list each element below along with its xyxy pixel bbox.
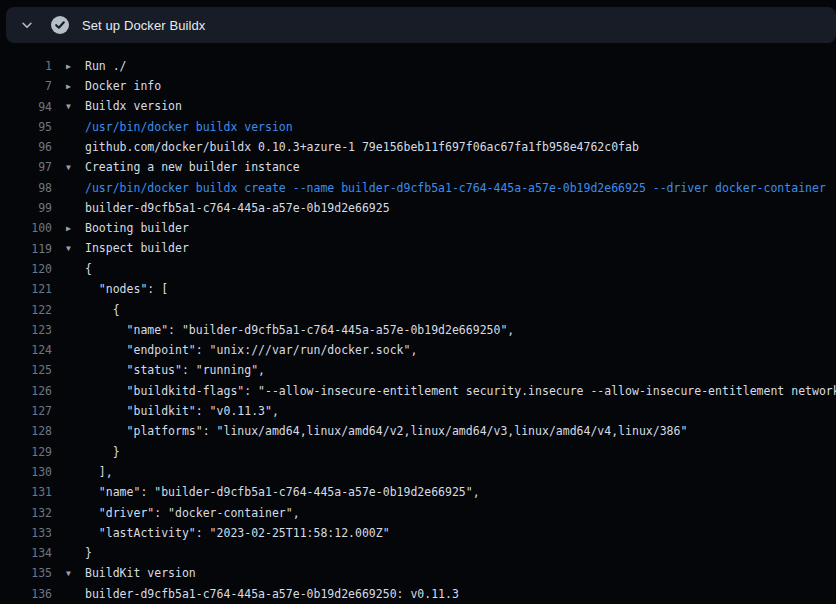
line-number[interactable]: 136: [0, 584, 52, 604]
log-row: 125 "status": "running",: [0, 360, 836, 380]
line-content: github.com/docker/buildx 0.10.3+azure-1 …: [52, 137, 836, 157]
line-number[interactable]: 120: [0, 259, 52, 279]
line-content: /usr/bin/docker buildx version: [52, 117, 836, 137]
line-content: "endpoint": "unix:///var/run/docker.sock…: [52, 340, 836, 360]
log-row: 133 "lastActivity": "2023-02-25T11:58:12…: [0, 523, 836, 543]
line-number[interactable]: 95: [0, 117, 52, 137]
log-row: 128 "platforms": "linux/amd64,linux/amd6…: [0, 421, 836, 441]
line-number[interactable]: 121: [0, 279, 52, 299]
triangle-down-icon: ▼: [66, 239, 85, 259]
triangle-down-icon: ▼: [66, 158, 85, 178]
line-number[interactable]: 130: [0, 462, 52, 482]
log-output-text: {: [66, 300, 120, 320]
line-content: }: [52, 543, 836, 563]
line-number[interactable]: 96: [0, 137, 52, 157]
check-circle-icon: [51, 16, 69, 34]
line-content: ▼Creating a new builder instance: [52, 157, 836, 178]
line-number[interactable]: 97: [0, 157, 52, 177]
log-group-title: BuildKit version: [85, 566, 196, 580]
line-number[interactable]: 122: [0, 300, 52, 320]
log-group-title: Inspect builder: [85, 241, 189, 255]
log-row[interactable]: 97 ▼Creating a new builder instance: [0, 157, 836, 177]
line-number[interactable]: 7: [0, 76, 52, 96]
log-group-title: Docker info: [85, 79, 161, 93]
step-header[interactable]: Set up Docker Buildx: [6, 7, 836, 43]
log-output-text: "buildkitd-flags": "--allow-insecure-ent…: [66, 381, 836, 401]
line-content: "name": "builder-d9cfb5a1-c764-445a-a57e…: [52, 482, 836, 502]
line-number[interactable]: 125: [0, 360, 52, 380]
log-output-text: "endpoint": "unix:///var/run/docker.sock…: [66, 340, 417, 360]
log-group-title: Run ./: [85, 59, 127, 73]
log-row: 98 /usr/bin/docker buildx create --name …: [0, 178, 836, 198]
line-number[interactable]: 131: [0, 482, 52, 502]
line-content: ],: [52, 462, 836, 482]
log-row: 122 {: [0, 300, 836, 320]
log-output-text: "driver": "docker-container",: [66, 503, 300, 523]
line-number[interactable]: 98: [0, 178, 52, 198]
triangle-down-icon: ▼: [66, 564, 85, 584]
line-content: ▶Booting builder: [52, 218, 836, 239]
log-row: 123 "name": "builder-d9cfb5a1-c764-445a-…: [0, 320, 836, 340]
line-content: ▶Docker info: [52, 76, 836, 97]
log-group-title: Buildx version: [85, 99, 182, 113]
line-number[interactable]: 129: [0, 442, 52, 462]
line-content: "buildkit": "v0.11.3",: [52, 401, 836, 421]
log-row[interactable]: 100 ▶Booting builder: [0, 218, 836, 238]
line-content: ▼Inspect builder: [52, 238, 836, 259]
log-output-text: builder-d9cfb5a1-c764-445a-a57e-0b19d2e6…: [66, 198, 390, 218]
line-number[interactable]: 127: [0, 401, 52, 421]
log-output-text: }: [66, 442, 120, 462]
log-output-text: }: [66, 543, 92, 563]
log-output-text: "name": "builder-d9cfb5a1-c764-445a-a57e…: [66, 320, 514, 340]
line-content: "lastActivity": "2023-02-25T11:58:12.000…: [52, 523, 836, 543]
line-content: }: [52, 442, 836, 462]
log-row: 132 "driver": "docker-container",: [0, 503, 836, 523]
line-number[interactable]: 119: [0, 239, 52, 259]
log-row[interactable]: 7 ▶Docker info: [0, 76, 836, 96]
line-content: "status": "running",: [52, 360, 836, 380]
line-number[interactable]: 135: [0, 563, 52, 583]
line-number[interactable]: 99: [0, 198, 52, 218]
log-row: 126 "buildkitd-flags": "--allow-insecure…: [0, 381, 836, 401]
log-row: 131 "name": "builder-d9cfb5a1-c764-445a-…: [0, 482, 836, 502]
line-number[interactable]: 1: [0, 56, 52, 76]
log-row[interactable]: 135 ▼BuildKit version: [0, 563, 836, 583]
line-content: "platforms": "linux/amd64,linux/amd64/v2…: [52, 421, 836, 441]
line-number[interactable]: 123: [0, 320, 52, 340]
line-content: "nodes": [: [52, 279, 836, 299]
line-content: ▶Run ./: [52, 56, 836, 77]
log-row: 99 builder-d9cfb5a1-c764-445a-a57e-0b19d…: [0, 198, 836, 218]
triangle-right-icon: ▶: [66, 57, 85, 77]
log-row: 129 }: [0, 442, 836, 462]
line-number[interactable]: 124: [0, 340, 52, 360]
step-title: Set up Docker Buildx: [82, 18, 205, 33]
log-group-title: Booting builder: [85, 221, 189, 235]
triangle-down-icon: ▼: [66, 97, 85, 117]
line-number[interactable]: 133: [0, 523, 52, 543]
line-number[interactable]: 100: [0, 218, 52, 238]
line-number[interactable]: 128: [0, 421, 52, 441]
line-content: /usr/bin/docker buildx create --name bui…: [52, 178, 836, 198]
log-output-text: ],: [66, 462, 113, 482]
log-output-text: "status": "running",: [66, 360, 265, 380]
log-output-text: {: [66, 259, 92, 279]
log-command-text: /usr/bin/docker buildx version: [66, 117, 293, 137]
log-command-text: /usr/bin/docker buildx create --name bui…: [66, 178, 826, 198]
line-number[interactable]: 94: [0, 97, 52, 117]
chevron-down-icon[interactable]: [18, 16, 36, 34]
line-number[interactable]: 126: [0, 381, 52, 401]
log-output-text: "nodes": [: [66, 279, 168, 299]
log-output-text: github.com/docker/buildx 0.10.3+azure-1 …: [66, 137, 639, 157]
log-row[interactable]: 94 ▼Buildx version: [0, 97, 836, 117]
log-body: 1 ▶Run ./ 7 ▶Docker info 94 ▼Buildx vers…: [0, 43, 836, 604]
line-content: "buildkitd-flags": "--allow-insecure-ent…: [52, 381, 836, 401]
line-number[interactable]: 132: [0, 503, 52, 523]
log-output-text: "lastActivity": "2023-02-25T11:58:12.000…: [66, 523, 390, 543]
log-row[interactable]: 119 ▼Inspect builder: [0, 239, 836, 259]
line-content: "name": "builder-d9cfb5a1-c764-445a-a57e…: [52, 320, 836, 340]
line-content: "driver": "docker-container",: [52, 503, 836, 523]
line-number[interactable]: 134: [0, 543, 52, 563]
log-row[interactable]: 1 ▶Run ./: [0, 56, 836, 76]
log-output-text: "platforms": "linux/amd64,linux/amd64/v2…: [66, 421, 687, 441]
log-row: 130 ],: [0, 462, 836, 482]
